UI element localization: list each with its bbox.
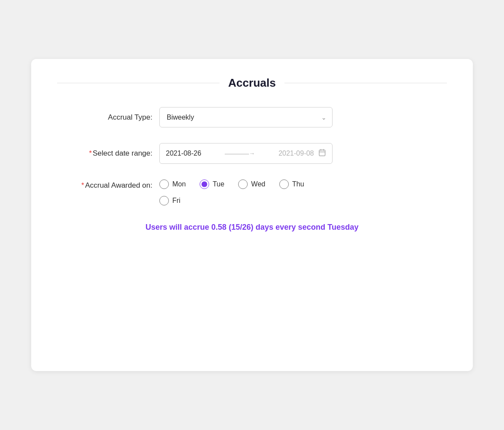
- page-title: Accruals: [220, 76, 284, 90]
- divider-right: [284, 83, 447, 83]
- radio-fri-label: Fri: [172, 197, 181, 205]
- radio-option-tue[interactable]: Tue: [200, 179, 224, 189]
- radio-wed[interactable]: [238, 179, 248, 189]
- radio-mon[interactable]: [159, 179, 169, 189]
- radio-thu[interactable]: [279, 179, 289, 189]
- radio-mon-label: Mon: [172, 180, 186, 188]
- accrual-awarded-label: *Accrual Awarded on:: [57, 179, 152, 190]
- required-star: *: [89, 149, 92, 157]
- accruals-card: Accruals Accrual Type: Weekly Biweekly M…: [31, 59, 473, 371]
- radio-wed-label: Wed: [251, 180, 265, 188]
- date-range-row: *Select date range: 2021-08-26 ————→ 202…: [57, 143, 447, 164]
- calendar-icon[interactable]: [318, 149, 326, 158]
- radio-row-friday: Fri: [159, 196, 304, 205]
- accrual-type-row: Accrual Type: Weekly Biweekly Monthly Se…: [57, 107, 447, 127]
- radio-option-thu[interactable]: Thu: [279, 179, 304, 189]
- accrual-awarded-row: *Accrual Awarded on: Mon Tue Wed: [57, 179, 447, 205]
- date-range-input[interactable]: 2021-08-26 ————→ 2021-09-08: [159, 143, 333, 164]
- radio-option-fri[interactable]: Fri: [159, 196, 304, 205]
- form-section: Accrual Type: Weekly Biweekly Monthly Se…: [57, 107, 447, 205]
- radio-row-weekdays: Mon Tue Wed Thu: [159, 179, 304, 189]
- accrual-type-select-wrapper: Weekly Biweekly Monthly Semimonthly ⌄: [159, 107, 333, 127]
- date-start: 2021-08-26: [166, 150, 201, 157]
- radio-group: Mon Tue Wed Thu: [159, 179, 304, 205]
- radio-tue-label: Tue: [213, 180, 224, 188]
- date-range-arrow: ————→: [206, 150, 274, 157]
- date-range-label: *Select date range:: [57, 149, 152, 158]
- date-end: 2021-09-08: [278, 150, 314, 157]
- accrual-type-select[interactable]: Weekly Biweekly Monthly Semimonthly: [159, 107, 333, 127]
- card-header: Accruals: [57, 76, 447, 90]
- accrual-message: Users will accrue 0.58 (15/26) days ever…: [57, 214, 447, 241]
- radio-tue[interactable]: [200, 179, 209, 189]
- radio-fri[interactable]: [159, 196, 169, 205]
- radio-option-wed[interactable]: Wed: [238, 179, 265, 189]
- radio-thu-label: Thu: [292, 180, 304, 188]
- divider-left: [57, 83, 220, 83]
- accrual-type-label: Accrual Type:: [57, 113, 152, 122]
- svg-rect-0: [319, 150, 325, 156]
- required-star-2: *: [81, 181, 84, 189]
- radio-option-mon[interactable]: Mon: [159, 179, 186, 189]
